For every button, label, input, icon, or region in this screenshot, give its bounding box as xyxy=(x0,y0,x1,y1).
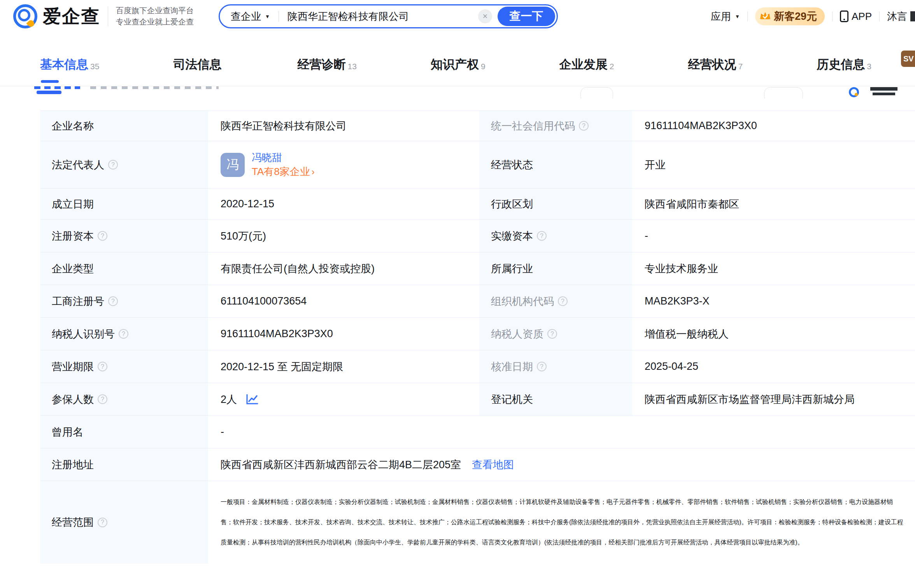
row-label: 登记机关 xyxy=(479,383,632,415)
tab-operation-diagnosis[interactable]: 经营诊断 13 xyxy=(298,43,357,86)
org-code-value: MAB2K3P3-X xyxy=(632,285,915,317)
clipped-text-fragment xyxy=(870,87,897,91)
row-label: 组织机构代码? xyxy=(479,285,632,317)
registration-authority-value: 陕西省西咸新区市场监督管理局沣西新城分局 xyxy=(632,383,915,415)
related-companies-link[interactable]: TA有8家企业› xyxy=(252,164,315,179)
table-row: 注册资本? 510万(元) 实缴资本? - xyxy=(40,220,915,252)
table-row: 法定代表人? 冯 冯晓甜 TA有8家企业› 经营状态 开业 xyxy=(40,141,915,189)
industry-value: 专业技术服务业 xyxy=(632,252,915,285)
row-label: 行政区划 xyxy=(479,189,632,219)
business-scope-value: 一般项目：金属材料制造；仪器仪表制造；实验分析仪器制造；试验机制造；金属材料销售… xyxy=(208,481,915,564)
row-label: 纳税人识别号? xyxy=(40,318,208,350)
row-label: 所属行业 xyxy=(479,252,632,285)
row-label: 经营范围? xyxy=(40,481,208,564)
top-header: 爱企查 百度旗下企业查询平台 专业查企业就上爱企查 查企业 ▼ × 查一下 应用… xyxy=(0,0,915,33)
help-icon[interactable]: ? xyxy=(98,518,107,527)
registered-capital-value: 510万(元) xyxy=(208,220,479,252)
row-label: 经营状态 xyxy=(479,141,632,188)
table-row: 营业期限? 2020-12-15 至 无固定期限 核准日期? 2025-04-2… xyxy=(40,350,915,383)
help-icon[interactable]: ? xyxy=(537,231,547,241)
registered-address-value: 陕西省西咸新区沣西新城西部云谷二期4B二层205室 查看地图 xyxy=(208,448,915,481)
row-label: 统一社会信用代码? xyxy=(479,111,632,141)
business-status-value: 开业 xyxy=(632,141,915,188)
table-row: 企业类型 有限责任公司(自然人投资或控股) 所属行业 专业技术服务业 xyxy=(40,252,915,285)
help-icon[interactable]: ? xyxy=(98,394,107,404)
clipped-subnav-strip xyxy=(0,86,915,99)
admin-division-value: 陕西省咸阳市秦都区 xyxy=(632,189,915,219)
svip-badge[interactable]: SV xyxy=(901,51,915,67)
clipped-logo-fragment xyxy=(849,87,859,97)
tagline-line1: 百度旗下企业查询平台 xyxy=(116,5,194,16)
company-info-table: 企业名称 陕西华正智检科技有限公司 统一社会信用代码? 91611104MAB2… xyxy=(40,110,915,564)
company-name-value: 陕西华正智检科技有限公司 xyxy=(208,111,479,141)
row-label: 法定代表人? xyxy=(40,141,208,188)
help-icon[interactable]: ? xyxy=(108,160,118,170)
username[interactable]: 沐言 xyxy=(887,10,915,23)
nav-divider xyxy=(832,11,833,21)
taxpayer-id-value: 91611104MAB2K3P3X0 xyxy=(208,318,479,350)
help-icon[interactable]: ? xyxy=(537,362,547,371)
row-label: 注册地址 xyxy=(40,448,208,481)
tab-basic-info[interactable]: 基本信息 35 xyxy=(40,43,99,86)
row-label: 成立日期 xyxy=(40,189,208,219)
table-row: 企业名称 陕西华正智检科技有限公司 统一社会信用代码? 91611104MAB2… xyxy=(40,111,915,141)
brand-name[interactable]: 爱企查 xyxy=(43,4,100,29)
tab-operating-status[interactable]: 经营状况 7 xyxy=(688,43,743,86)
search-category-dropdown[interactable]: 查企业 xyxy=(231,10,261,23)
clipped-pill-fragment xyxy=(580,87,613,99)
row-label: 参保人数? xyxy=(40,383,208,415)
tab-history-info[interactable]: 历史信息 3 xyxy=(817,43,871,86)
search-button[interactable]: 查一下 xyxy=(498,7,555,26)
row-label: 企业名称 xyxy=(40,111,208,141)
table-row: 参保人数? 2人 登记机关 陕西省西咸新区市场监督管理局沣西新城分局 xyxy=(40,383,915,416)
clear-search-icon[interactable]: × xyxy=(478,9,492,23)
table-row: 经营范围? 一般项目：金属材料制造；仪器仪表制造；实验分析仪器制造；试验机制造；… xyxy=(40,481,915,564)
chevron-right-icon: › xyxy=(312,166,315,177)
taxpayer-qualification-value: 增值税一般纳税人 xyxy=(632,318,915,350)
help-icon[interactable]: ? xyxy=(108,296,118,306)
clipped-subnav-fragment xyxy=(34,86,80,89)
help-icon[interactable]: ? xyxy=(579,121,589,131)
tab-judicial-info[interactable]: 司法信息 xyxy=(173,43,223,86)
brand-tagline: 百度旗下企业查询平台 专业查企业就上爱企查 xyxy=(116,5,194,28)
caret-down-icon[interactable]: ▼ xyxy=(265,14,270,19)
nav-divider xyxy=(747,11,748,21)
new-user-promo-badge[interactable]: 新客29元 xyxy=(755,7,825,25)
establish-date-value: 2020-12-15 xyxy=(208,189,479,219)
row-label: 核准日期? xyxy=(479,350,632,383)
clipped-pill-fragment xyxy=(764,87,803,99)
apps-menu[interactable]: 应用 ▼ xyxy=(711,10,740,23)
tab-intellectual-property[interactable]: 知识产权 9 xyxy=(431,43,486,86)
row-label: 工商注册号? xyxy=(40,285,208,317)
approval-date-value: 2025-04-25 xyxy=(632,350,915,383)
help-icon[interactable]: ? xyxy=(98,231,107,241)
table-row: 工商注册号? 611104100073654 组织机构代码? MAB2K3P3-… xyxy=(40,285,915,318)
legal-representative-link[interactable]: 冯晓甜 xyxy=(252,150,315,164)
table-row: 成立日期 2020-12-15 行政区划 陕西省咸阳市秦都区 xyxy=(40,189,915,220)
row-label: 注册资本? xyxy=(40,220,208,252)
section-tabbar: 基本信息 35 司法信息 经营诊断 13 知识产权 9 企业发展 2 经营状况 … xyxy=(0,43,915,86)
paid-in-capital-value: - xyxy=(632,220,915,252)
registration-number-value: 611104100073654 xyxy=(208,285,479,317)
avatar[interactable]: 冯 xyxy=(221,153,245,177)
clipped-text-fragment xyxy=(910,11,915,21)
help-icon[interactable]: ? xyxy=(558,296,568,306)
search-divider xyxy=(279,11,279,22)
tab-enterprise-development[interactable]: 企业发展 2 xyxy=(559,43,614,86)
row-label: 企业类型 xyxy=(40,252,208,285)
search-input[interactable] xyxy=(287,10,476,23)
help-icon[interactable]: ? xyxy=(547,329,557,339)
app-download-link[interactable]: APP xyxy=(840,10,872,23)
help-icon[interactable]: ? xyxy=(98,362,107,371)
aiqicha-logo-icon[interactable] xyxy=(13,4,37,28)
row-label: 实缴资本? xyxy=(479,220,632,252)
former-name-value: - xyxy=(208,416,915,448)
insured-trend-chart-icon[interactable] xyxy=(245,394,259,405)
nav-divider xyxy=(879,11,880,21)
top-right-nav: 应用 ▼ 新客29元 APP 沐言 xyxy=(711,7,915,25)
crown-icon xyxy=(759,10,771,23)
table-row: 纳税人识别号? 91611104MAB2K3P3X0 纳税人资质? 增值税一般纳… xyxy=(40,318,915,350)
view-map-link[interactable]: 查看地图 xyxy=(472,458,514,472)
help-icon[interactable]: ? xyxy=(119,329,128,339)
table-row: 注册地址 陕西省西咸新区沣西新城西部云谷二期4B二层205室 查看地图 xyxy=(40,448,915,481)
